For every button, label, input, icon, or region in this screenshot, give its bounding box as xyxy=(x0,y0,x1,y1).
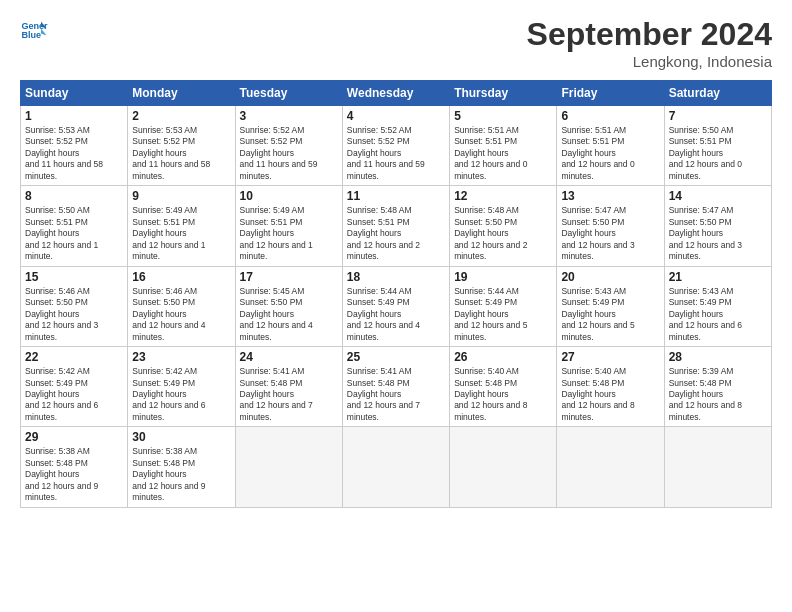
cell-content: Sunrise: 5:47 AM Sunset: 5:50 PM Dayligh… xyxy=(561,205,659,262)
cell-content: Sunrise: 5:42 AM Sunset: 5:49 PM Dayligh… xyxy=(25,366,123,423)
table-row: 26 Sunrise: 5:40 AM Sunset: 5:48 PM Dayl… xyxy=(450,347,557,427)
day-number: 7 xyxy=(669,109,767,123)
day-number: 16 xyxy=(132,270,230,284)
calendar-week-row: 8 Sunrise: 5:50 AM Sunset: 5:51 PM Dayli… xyxy=(21,186,772,266)
day-number: 27 xyxy=(561,350,659,364)
col-thursday: Thursday xyxy=(450,81,557,106)
table-row: 6 Sunrise: 5:51 AM Sunset: 5:51 PM Dayli… xyxy=(557,106,664,186)
day-number: 21 xyxy=(669,270,767,284)
day-number: 8 xyxy=(25,189,123,203)
cell-content: Sunrise: 5:44 AM Sunset: 5:49 PM Dayligh… xyxy=(347,286,445,343)
logo: General Blue xyxy=(20,16,48,44)
day-number: 29 xyxy=(25,430,123,444)
logo-icon: General Blue xyxy=(20,16,48,44)
table-row xyxy=(235,427,342,507)
cell-content: Sunrise: 5:43 AM Sunset: 5:49 PM Dayligh… xyxy=(561,286,659,343)
cell-content: Sunrise: 5:44 AM Sunset: 5:49 PM Dayligh… xyxy=(454,286,552,343)
svg-text:Blue: Blue xyxy=(21,30,41,40)
table-row: 1 Sunrise: 5:53 AM Sunset: 5:52 PM Dayli… xyxy=(21,106,128,186)
day-number: 15 xyxy=(25,270,123,284)
table-row: 20 Sunrise: 5:43 AM Sunset: 5:49 PM Dayl… xyxy=(557,266,664,346)
table-row: 25 Sunrise: 5:41 AM Sunset: 5:48 PM Dayl… xyxy=(342,347,449,427)
day-number: 4 xyxy=(347,109,445,123)
table-row: 30 Sunrise: 5:38 AM Sunset: 5:48 PM Dayl… xyxy=(128,427,235,507)
table-row: 9 Sunrise: 5:49 AM Sunset: 5:51 PM Dayli… xyxy=(128,186,235,266)
table-row: 22 Sunrise: 5:42 AM Sunset: 5:49 PM Dayl… xyxy=(21,347,128,427)
table-row: 4 Sunrise: 5:52 AM Sunset: 5:52 PM Dayli… xyxy=(342,106,449,186)
header: General Blue September 2024 Lengkong, In… xyxy=(20,16,772,70)
title-block: September 2024 Lengkong, Indonesia xyxy=(527,16,772,70)
calendar-week-row: 1 Sunrise: 5:53 AM Sunset: 5:52 PM Dayli… xyxy=(21,106,772,186)
table-row: 19 Sunrise: 5:44 AM Sunset: 5:49 PM Dayl… xyxy=(450,266,557,346)
day-number: 3 xyxy=(240,109,338,123)
col-friday: Friday xyxy=(557,81,664,106)
table-row: 8 Sunrise: 5:50 AM Sunset: 5:51 PM Dayli… xyxy=(21,186,128,266)
cell-content: Sunrise: 5:49 AM Sunset: 5:51 PM Dayligh… xyxy=(240,205,338,262)
table-row: 18 Sunrise: 5:44 AM Sunset: 5:49 PM Dayl… xyxy=(342,266,449,346)
table-row: 28 Sunrise: 5:39 AM Sunset: 5:48 PM Dayl… xyxy=(664,347,771,427)
month-title: September 2024 xyxy=(527,16,772,53)
table-row: 7 Sunrise: 5:50 AM Sunset: 5:51 PM Dayli… xyxy=(664,106,771,186)
table-row xyxy=(664,427,771,507)
table-row: 21 Sunrise: 5:43 AM Sunset: 5:49 PM Dayl… xyxy=(664,266,771,346)
cell-content: Sunrise: 5:46 AM Sunset: 5:50 PM Dayligh… xyxy=(25,286,123,343)
cell-content: Sunrise: 5:40 AM Sunset: 5:48 PM Dayligh… xyxy=(454,366,552,423)
day-number: 6 xyxy=(561,109,659,123)
table-row: 3 Sunrise: 5:52 AM Sunset: 5:52 PM Dayli… xyxy=(235,106,342,186)
cell-content: Sunrise: 5:51 AM Sunset: 5:51 PM Dayligh… xyxy=(561,125,659,182)
cell-content: Sunrise: 5:48 AM Sunset: 5:50 PM Dayligh… xyxy=(454,205,552,262)
table-row: 5 Sunrise: 5:51 AM Sunset: 5:51 PM Dayli… xyxy=(450,106,557,186)
cell-content: Sunrise: 5:49 AM Sunset: 5:51 PM Dayligh… xyxy=(132,205,230,262)
table-row: 11 Sunrise: 5:48 AM Sunset: 5:51 PM Dayl… xyxy=(342,186,449,266)
day-number: 10 xyxy=(240,189,338,203)
page: General Blue September 2024 Lengkong, In… xyxy=(0,0,792,612)
cell-content: Sunrise: 5:47 AM Sunset: 5:50 PM Dayligh… xyxy=(669,205,767,262)
table-row: 12 Sunrise: 5:48 AM Sunset: 5:50 PM Dayl… xyxy=(450,186,557,266)
day-number: 2 xyxy=(132,109,230,123)
cell-content: Sunrise: 5:42 AM Sunset: 5:49 PM Dayligh… xyxy=(132,366,230,423)
cell-content: Sunrise: 5:52 AM Sunset: 5:52 PM Dayligh… xyxy=(347,125,445,182)
col-wednesday: Wednesday xyxy=(342,81,449,106)
calendar-table: Sunday Monday Tuesday Wednesday Thursday… xyxy=(20,80,772,508)
col-tuesday: Tuesday xyxy=(235,81,342,106)
table-row xyxy=(450,427,557,507)
cell-content: Sunrise: 5:53 AM Sunset: 5:52 PM Dayligh… xyxy=(25,125,123,182)
day-number: 11 xyxy=(347,189,445,203)
table-row: 24 Sunrise: 5:41 AM Sunset: 5:48 PM Dayl… xyxy=(235,347,342,427)
col-monday: Monday xyxy=(128,81,235,106)
cell-content: Sunrise: 5:41 AM Sunset: 5:48 PM Dayligh… xyxy=(347,366,445,423)
cell-content: Sunrise: 5:45 AM Sunset: 5:50 PM Dayligh… xyxy=(240,286,338,343)
day-number: 22 xyxy=(25,350,123,364)
cell-content: Sunrise: 5:40 AM Sunset: 5:48 PM Dayligh… xyxy=(561,366,659,423)
table-row: 10 Sunrise: 5:49 AM Sunset: 5:51 PM Dayl… xyxy=(235,186,342,266)
table-row: 14 Sunrise: 5:47 AM Sunset: 5:50 PM Dayl… xyxy=(664,186,771,266)
day-number: 13 xyxy=(561,189,659,203)
cell-content: Sunrise: 5:51 AM Sunset: 5:51 PM Dayligh… xyxy=(454,125,552,182)
day-number: 26 xyxy=(454,350,552,364)
table-row: 29 Sunrise: 5:38 AM Sunset: 5:48 PM Dayl… xyxy=(21,427,128,507)
cell-content: Sunrise: 5:38 AM Sunset: 5:48 PM Dayligh… xyxy=(25,446,123,503)
day-number: 25 xyxy=(347,350,445,364)
day-number: 1 xyxy=(25,109,123,123)
calendar-week-row: 15 Sunrise: 5:46 AM Sunset: 5:50 PM Dayl… xyxy=(21,266,772,346)
cell-content: Sunrise: 5:48 AM Sunset: 5:51 PM Dayligh… xyxy=(347,205,445,262)
day-number: 14 xyxy=(669,189,767,203)
day-number: 28 xyxy=(669,350,767,364)
table-row: 15 Sunrise: 5:46 AM Sunset: 5:50 PM Dayl… xyxy=(21,266,128,346)
day-number: 5 xyxy=(454,109,552,123)
day-number: 23 xyxy=(132,350,230,364)
col-sunday: Sunday xyxy=(21,81,128,106)
day-number: 17 xyxy=(240,270,338,284)
location: Lengkong, Indonesia xyxy=(527,53,772,70)
calendar-week-row: 22 Sunrise: 5:42 AM Sunset: 5:49 PM Dayl… xyxy=(21,347,772,427)
table-row: 23 Sunrise: 5:42 AM Sunset: 5:49 PM Dayl… xyxy=(128,347,235,427)
cell-content: Sunrise: 5:41 AM Sunset: 5:48 PM Dayligh… xyxy=(240,366,338,423)
day-number: 20 xyxy=(561,270,659,284)
cell-content: Sunrise: 5:43 AM Sunset: 5:49 PM Dayligh… xyxy=(669,286,767,343)
table-row: 17 Sunrise: 5:45 AM Sunset: 5:50 PM Dayl… xyxy=(235,266,342,346)
table-row: 27 Sunrise: 5:40 AM Sunset: 5:48 PM Dayl… xyxy=(557,347,664,427)
col-saturday: Saturday xyxy=(664,81,771,106)
table-row xyxy=(342,427,449,507)
day-number: 30 xyxy=(132,430,230,444)
day-number: 12 xyxy=(454,189,552,203)
